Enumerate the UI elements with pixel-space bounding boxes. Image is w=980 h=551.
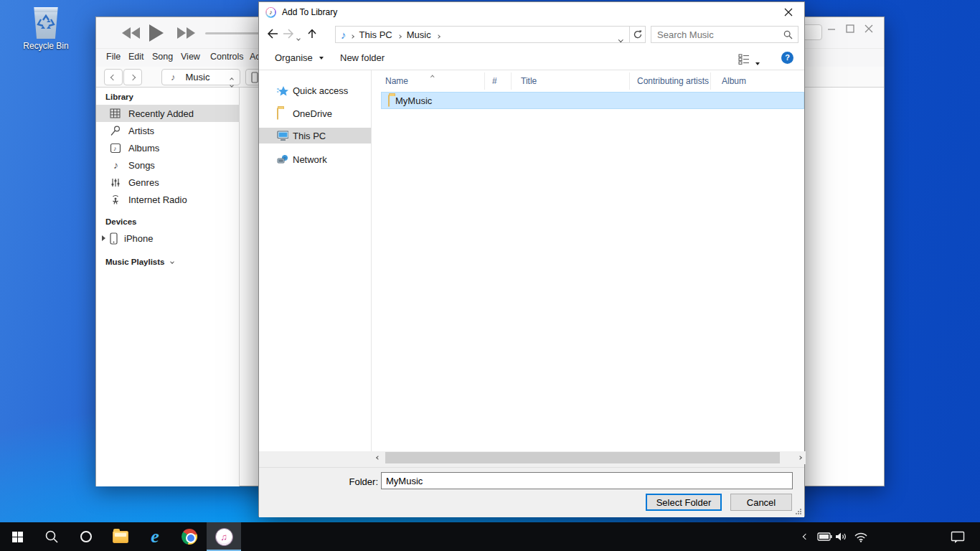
dialog-title: Add To Library <box>282 7 337 17</box>
menu-file[interactable]: File <box>106 52 121 62</box>
radio-tower-icon <box>110 194 122 205</box>
desktop: Recycle Bin File Edit Song View Controls <box>0 0 980 551</box>
action-center-button[interactable] <box>946 522 970 551</box>
wifi-icon <box>854 532 868 542</box>
volume-slider[interactable] <box>205 32 260 34</box>
media-kind-value: Music <box>186 72 210 83</box>
column-header-title[interactable]: Title <box>512 72 630 90</box>
itunes-forward-button[interactable] <box>123 69 142 85</box>
close-icon <box>783 7 793 17</box>
back-icon[interactable] <box>266 28 279 39</box>
nav-item-quick-access[interactable]: Quick access <box>259 83 371 98</box>
sidebar-item-songs[interactable]: ♪ Songs <box>96 156 240 174</box>
add-to-library-dialog: ♪ Add To Library ♪ This PC Music <box>258 1 805 517</box>
recycle-bin-shortcut[interactable]: Recycle Bin <box>20 7 72 51</box>
itunes-taskbar-button[interactable]: ♫ <box>207 522 241 551</box>
refresh-button[interactable] <box>630 26 646 43</box>
forward-icon[interactable] <box>282 28 295 39</box>
scrollbar-thumb[interactable] <box>385 452 780 463</box>
breadcrumb-music[interactable]: Music <box>402 29 435 40</box>
column-header-contributing-artists[interactable]: Contributing artists <box>630 72 711 90</box>
address-bar[interactable]: ♪ This PC Music <box>335 26 630 43</box>
tray-volume[interactable] <box>832 522 851 551</box>
folder-name-input[interactable] <box>381 472 793 489</box>
dialog-close-button[interactable] <box>772 2 804 22</box>
dropdown-caret-icon <box>319 57 324 60</box>
menu-view[interactable]: View <box>181 52 200 62</box>
media-kind-selector[interactable]: ♪ Music <box>161 69 240 85</box>
view-mode-icon[interactable] <box>738 53 750 65</box>
file-row-mymusic[interactable]: MyMusic <box>381 92 804 109</box>
select-folder-button[interactable]: Select Folder <box>646 494 722 511</box>
itunes-back-button[interactable] <box>104 69 123 85</box>
search-input[interactable] <box>657 28 779 41</box>
menu-controls[interactable]: Controls <box>210 52 244 62</box>
taskbar-search-button[interactable] <box>34 522 69 551</box>
sidebar-item-genres[interactable]: Genres <box>96 174 240 191</box>
scroll-right-arrow[interactable] <box>793 451 806 464</box>
sidebar-header-devices: Devices <box>105 217 136 226</box>
internet-explorer-button[interactable]: e <box>138 522 172 551</box>
scroll-left-arrow[interactable] <box>372 451 384 464</box>
network-icon <box>277 154 288 165</box>
column-header-name[interactable]: Name <box>372 72 485 90</box>
help-button[interactable]: ? <box>781 52 793 64</box>
cortana-circle-icon <box>80 531 92 542</box>
dialog-footer: Folder: Select Folder Cancel <box>259 467 804 517</box>
sidebar-header-music-playlists[interactable]: Music Playlists <box>105 258 174 266</box>
up-icon[interactable] <box>306 28 318 39</box>
view-mode-caret-icon[interactable] <box>755 57 760 67</box>
chrome-icon <box>182 529 197 545</box>
sort-ascending-icon <box>431 70 434 80</box>
nav-item-onedrive[interactable]: OneDrive <box>259 105 371 121</box>
new-folder-button[interactable]: New folder <box>340 52 385 63</box>
address-dropdown-chevron-icon[interactable] <box>619 32 623 43</box>
breadcrumb-this-pc[interactable]: This PC <box>355 29 397 40</box>
sidebar-item-internet-radio[interactable]: Internet Radio <box>96 191 240 208</box>
itunes-minimize-icon[interactable] <box>824 22 839 36</box>
horizontal-scrollbar[interactable] <box>372 451 806 464</box>
column-header-album[interactable]: Album <box>711 72 805 90</box>
chevron-up-icon <box>803 534 809 540</box>
tray-hidden-icons-button[interactable] <box>796 522 815 551</box>
start-button[interactable] <box>0 522 34 551</box>
itunes-sidebar: Library Recently Added Artists ♪ Albums … <box>96 88 240 486</box>
dialog-titlebar[interactable]: ♪ Add To Library <box>259 2 804 22</box>
sidebar-item-iphone[interactable]: iPhone <box>96 230 240 247</box>
next-track-icon[interactable] <box>176 26 197 40</box>
resize-grip[interactable] <box>795 508 802 515</box>
column-header-number[interactable]: # <box>485 72 512 90</box>
tray-wifi[interactable] <box>851 522 871 551</box>
genres-icon <box>110 177 122 188</box>
sidebar-item-recently-added[interactable]: Recently Added <box>96 105 240 122</box>
recent-locations-chevron-icon[interactable] <box>297 32 300 42</box>
organise-menu[interactable]: Organise <box>275 52 324 63</box>
disclosure-triangle-icon[interactable] <box>102 235 105 241</box>
previous-track-icon[interactable] <box>121 26 141 40</box>
dialog-body: Quick access OneDrive This PC Network <box>259 70 804 451</box>
menu-edit[interactable]: Edit <box>128 52 144 62</box>
nav-item-this-pc[interactable]: This PC <box>259 128 371 143</box>
grid-icon <box>110 108 122 118</box>
cortana-button[interactable] <box>69 522 103 551</box>
itunes-close-icon[interactable] <box>861 22 877 36</box>
sidebar-item-artists[interactable]: Artists <box>96 122 240 139</box>
file-name: MyMusic <box>395 95 432 106</box>
battery-icon <box>817 532 832 541</box>
itunes-icon: ♫ <box>216 529 232 545</box>
search-box[interactable] <box>651 26 798 43</box>
play-icon[interactable] <box>148 24 165 42</box>
menu-song[interactable]: Song <box>152 52 173 62</box>
itunes-maximize-icon[interactable] <box>842 22 858 36</box>
nav-item-network[interactable]: Network <box>259 151 371 167</box>
chrome-button[interactable] <box>172 522 207 551</box>
windows-logo-icon <box>12 532 23 542</box>
tray-battery[interactable] <box>815 522 834 551</box>
cancel-button[interactable]: Cancel <box>730 494 792 511</box>
sidebar-item-albums[interactable]: ♪ Albums <box>96 139 240 156</box>
sidebar-header-library: Library <box>105 93 133 101</box>
itunes-app-icon: ♪ <box>265 7 276 18</box>
file-explorer-button[interactable] <box>103 522 138 551</box>
recycle-bin-icon <box>32 7 60 39</box>
chevron-down-icon <box>170 260 174 264</box>
